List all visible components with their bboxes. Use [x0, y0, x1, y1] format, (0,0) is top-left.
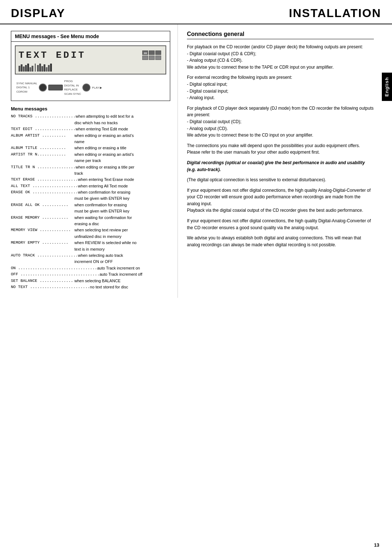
connection-text: We advise you to connect these to the TA…	[187, 64, 374, 71]
menu-code: ERASE ALL OK ...........	[11, 202, 74, 208]
menu-code: NO TEXT .........................	[11, 284, 90, 290]
connection-text: - Analog input.	[187, 94, 374, 101]
sub-play-label: PLAY ▶	[92, 86, 102, 89]
menu-code: ALL TEXT ...................	[11, 183, 78, 189]
connection-text: Playback via the digital coaxial output …	[187, 207, 374, 214]
menu-row: ERASE OK ...................when confirm…	[11, 190, 170, 195]
lcd-icon-1: ▮▮▮	[142, 50, 148, 55]
menu-row: ALBUM TITLE ...........when editing or e…	[11, 145, 170, 151]
connection-text: We advise you to always establish both d…	[187, 235, 374, 248]
menu-desc: when editing or erasing a title	[74, 145, 170, 151]
menu-code: AUTO TRACK .................	[11, 253, 78, 258]
sub-left-labels: SYNC MANUAL DIGITAL 1 CDROM	[16, 82, 37, 94]
menu-desc: when attempting to edit text for a	[75, 114, 170, 119]
menu-row: OFF .................................aut…	[11, 272, 170, 277]
connection-text: (The digital optical connection is less …	[187, 177, 374, 183]
menu-row: ERASE MEMORY ...........when waiting for…	[11, 215, 170, 220]
menu-row: ARTIST TR N............when editing or e…	[11, 152, 170, 157]
menu-code: NO TRACKS .................	[11, 114, 75, 119]
connection-paragraph-block: For playback on the CD recorder (and/or …	[187, 44, 374, 70]
connection-paragraph-block: For playback of CD player deck separatel…	[187, 105, 374, 139]
connection-text: - Digital coaxial output (CD & CDR);	[187, 50, 374, 57]
lcd-segments	[19, 64, 33, 72]
menu-row-cont: increment ON or OFF	[74, 259, 170, 264]
menu-row-cont: disc which has no tracks	[74, 120, 170, 126]
menu-row-cont: track	[74, 171, 170, 176]
menu-row-cont: name	[74, 139, 170, 145]
lcd-icon-5	[149, 56, 155, 60]
menu-code: ON .................................	[11, 266, 97, 271]
menu-row: NO TEXT .........................no text…	[11, 284, 170, 290]
lcd-main-text: TEXT EDIT	[19, 50, 139, 61]
menu-code: ERASE MEMORY ...........	[11, 215, 74, 220]
menu-desc: no text stored for disc	[90, 284, 170, 290]
header-display-title: DISPLAY	[11, 7, 65, 20]
menu-messages-box: MENU messages - See Menu mode TEXT EDIT …	[11, 31, 170, 101]
menu-desc: when selecting text review per	[74, 227, 170, 233]
header-installation-title: INSTALLATION	[289, 7, 381, 20]
lcd-icon-3	[155, 50, 161, 55]
menu-desc: when confirmation for erasing	[74, 202, 170, 208]
sub-knob	[39, 84, 47, 92]
menu-desc: when waiting for confirmation for	[74, 215, 170, 220]
menu-desc: when REVIEW is selected while no	[74, 240, 170, 246]
menu-row: AUTO TRACK .................when selecti…	[11, 253, 170, 258]
connection-text: The connections you make will depend upo…	[187, 142, 374, 156]
menu-row-cont: unfinalized disc in memory	[74, 234, 170, 239]
header: DISPLAY INSTALLATION	[0, 0, 392, 24]
menu-row: MEMORY VIEW .............when selecting …	[11, 227, 170, 233]
menu-desc: when editing or erasing a title per	[75, 165, 170, 170]
connection-text: We advise you to connect these to the CD…	[187, 132, 374, 139]
connection-paragraph-block: (The digital optical connection is less …	[187, 177, 374, 183]
menu-row: ALBUM ARTIST ..........when editing or e…	[11, 133, 170, 138]
menu-code: TEXT EDIT .................	[11, 126, 75, 132]
menu-items-list: NO TRACKS .................when attempti…	[11, 114, 170, 290]
menu-desc: when selecting BALANCE	[74, 278, 170, 284]
menu-box-title: MENU messages - See Menu mode	[11, 31, 170, 42]
sub-display-row: SYNC MANUAL DIGITAL 1 CDROM PROG DIGITAL…	[11, 78, 170, 97]
lcd-icon-4	[142, 56, 148, 60]
left-column: MENU messages - See Menu mode TEXT EDIT …	[0, 24, 178, 298]
menu-desc: when entering Text Erase mode	[78, 177, 170, 182]
menu-row: MEMORY EMPTY ...........when REVIEW is s…	[11, 240, 170, 246]
page-number: 13	[374, 542, 379, 548]
menu-row: TEXT EDIT .................when entering…	[11, 126, 170, 132]
connection-paragraph-block: If your equipment does not offer digital…	[187, 218, 374, 231]
menu-desc: when editing or erasing an artist's	[74, 152, 170, 157]
connections-content: For playback on the CD recorder (and/or …	[187, 44, 374, 248]
menu-row: SET BALANCE ..............when selecting…	[11, 278, 170, 284]
menu-row-cont: must be given with ENTER key	[74, 196, 170, 201]
menu-desc: auto Track increment off	[99, 272, 170, 277]
connection-paragraph-block: If your equipment does not offer digital…	[187, 187, 374, 214]
menu-row: TEXT ERASE .................when enterin…	[11, 177, 170, 182]
menu-messages-title: Menu messages	[11, 106, 170, 112]
menu-desc: when entering All Text mode	[78, 183, 170, 189]
sub-bar	[48, 85, 63, 90]
side-language-tab: English	[382, 73, 392, 101]
menu-desc: when confirmation for erasing	[78, 190, 170, 195]
sub-knob-2	[82, 84, 90, 92]
menu-code: SET BALANCE ..............	[11, 278, 74, 284]
connection-text: - Digital coaxial input;	[187, 88, 374, 95]
sub-right-labels: PROG DIGITAL IN REPLACE SCAN SYNC	[64, 80, 81, 96]
menu-code: ALBUM TITLE ...........	[11, 145, 74, 151]
page-container: DISPLAY INSTALLATION English MENU messag…	[0, 0, 392, 555]
connection-paragraph-block: For external recording the following inp…	[187, 74, 374, 101]
connection-text: If your equipment does not offer digital…	[187, 218, 374, 231]
menu-code: OFF .................................	[11, 272, 99, 277]
menu-row: ERASE ALL OK ...........when confirmatio…	[11, 202, 170, 208]
menu-code: TITLE TR N ................	[11, 165, 75, 170]
menu-desc: auto Track increment on	[97, 266, 170, 271]
menu-row-cont: erasing a disc	[74, 221, 170, 227]
connection-paragraph-block: We advise you to always establish both d…	[187, 235, 374, 248]
lcd-segments-2	[37, 64, 52, 72]
connection-text: For playback of CD player deck separatel…	[187, 105, 374, 118]
connection-text: If your equipment does not offer digital…	[187, 187, 374, 207]
lcd-display: TEXT EDIT ▮▮▮	[15, 45, 166, 74]
connection-text: For external recording the following inp…	[187, 74, 374, 81]
menu-messages-section: Menu messages NO TRACKS ................…	[11, 106, 170, 290]
menu-desc: when editing or erasing an artist's	[74, 133, 170, 138]
connection-text: - Analog output (CD & CDR).	[187, 57, 374, 64]
connection-paragraph-block: Digital recordings (optical or coaxial) …	[187, 159, 374, 173]
connection-text: - Digital coaxial output (CD);	[187, 118, 374, 125]
